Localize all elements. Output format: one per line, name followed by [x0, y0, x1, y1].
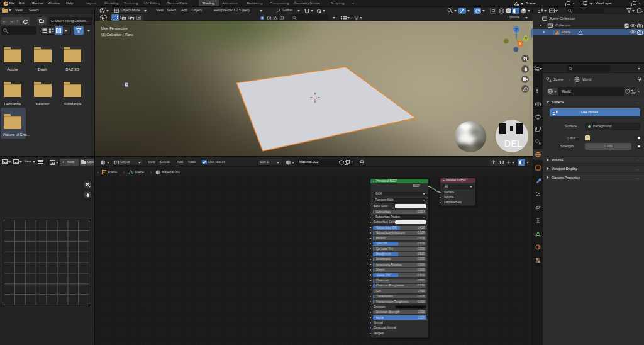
svg-text:X: X: [519, 42, 522, 46]
svg-text:Y: Y: [525, 37, 528, 41]
svg-text:Z: Z: [515, 28, 518, 32]
